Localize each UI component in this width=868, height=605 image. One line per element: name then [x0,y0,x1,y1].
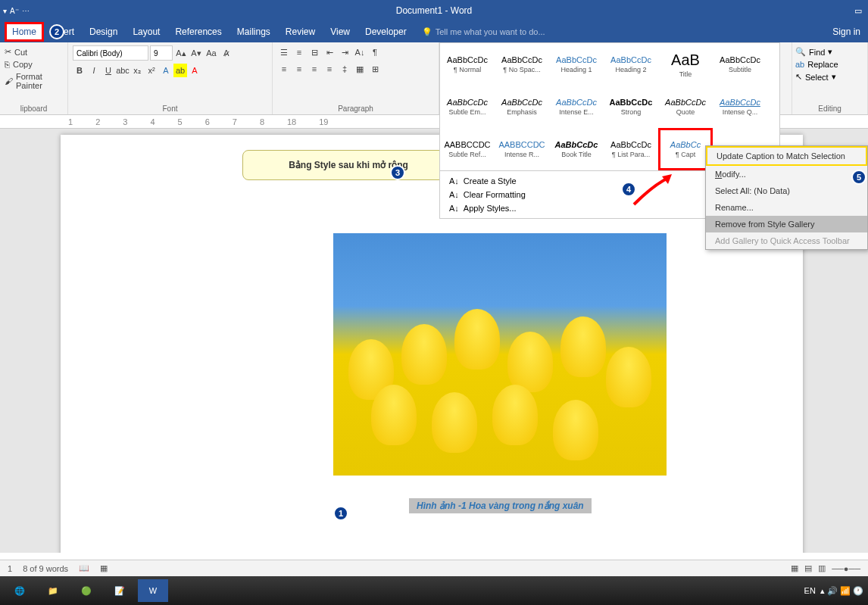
cut-button[interactable]: ✂Cut [5,45,63,58]
ctx-add-to-qat: Add Gallery to Quick Access Toolbar [706,232,867,249]
style-item-8[interactable]: AaBbCcDcIntense E... [549,86,604,128]
grow-font-button[interactable]: A▴ [174,46,188,60]
clear-formatting-button[interactable]: A̷ [220,46,233,60]
multilevel-button[interactable]: ⊟ [308,45,321,59]
subscript-button[interactable]: x₂ [130,64,144,77]
font-size-combo[interactable]: 9 [150,45,173,61]
paragraph-group: ☰ ≡ ⊟ ⇤ ⇥ A↓ ¶ ≡ ≡ ≡ ≡ ‡ ▦ ⊞ Paragraph [273,42,439,114]
ribbon-tabs: Home Insert Design Layout References Mai… [0,21,868,42]
style-item-0[interactable]: AaBbCcDc¶ Normal [440,43,495,86]
system-tray: EN ▴ 🔊 📶 🕐 [804,586,863,596]
ctx-modify[interactable]: MModify...odify... [706,166,867,182]
numbering-button[interactable]: ≡ [292,45,306,59]
tab-layout[interactable]: Layout [125,22,167,42]
style-item-2[interactable]: AaBbCcDcHeading 1 [549,43,604,86]
font-color-button[interactable]: A [188,64,201,77]
notepad-icon[interactable]: 📝 [105,579,135,602]
print-layout-icon[interactable]: ▤ [804,563,812,573]
word-icon[interactable]: W [138,579,168,602]
macro-icon[interactable]: ▦ [100,563,108,573]
qat-font-icon[interactable]: A⁻ [10,7,19,15]
ie-icon[interactable]: 🌐 [5,579,35,602]
style-item-10[interactable]: AaBbCcDcQuote [658,86,713,128]
style-item-12[interactable]: AABBCCDCSubtle Ref... [440,128,495,170]
style-item-11[interactable]: AaBbCcDcIntense Q... [713,86,767,128]
ctx-select-all[interactable]: Select All: (No Data) [706,182,867,199]
tab-review[interactable]: Review [278,22,323,42]
page-number[interactable]: 1 [8,564,12,573]
zoom-slider[interactable]: ──●── [832,564,860,573]
format-painter-button[interactable]: 🖌Format Painter [5,70,63,92]
spellcheck-icon[interactable]: 📖 [79,563,89,573]
align-left-button[interactable]: ≡ [277,62,291,76]
tab-view[interactable]: View [323,22,358,42]
borders-button[interactable]: ⊞ [368,62,382,76]
style-item-7[interactable]: AaBbCcDcEmphasis [495,86,549,128]
clipboard-label: lipboard [20,104,48,113]
replace-icon: ab [795,60,804,69]
bulb-icon: 💡 [422,27,432,37]
change-case-button[interactable]: Aa [205,46,218,60]
qat-more[interactable]: ⋯ [22,7,30,15]
text-effects-button[interactable]: A [159,64,173,77]
titlebar: ▾ A⁻ ⋯ Document1 - Word ▭ [0,0,868,21]
tell-me-search[interactable]: 💡Tell me what you want to do... [422,27,545,37]
style-item-14[interactable]: AaBbCcDcBook Title [549,128,604,170]
decrease-indent-button[interactable]: ⇤ [323,45,336,59]
web-layout-icon[interactable]: ▥ [818,563,826,573]
tab-developer[interactable]: Developer [358,22,414,42]
italic-button[interactable]: I [87,64,101,77]
style-item-4[interactable]: AaBTitle [658,43,713,86]
ctx-rename[interactable]: Rename... [706,199,867,216]
document-title: Document1 - Word [396,5,472,16]
font-name-combo[interactable]: Calibri (Body) [73,45,148,61]
underline-button[interactable]: U [101,64,115,77]
style-item-1[interactable]: AaBbCcDc¶ No Spac... [495,43,549,86]
bullets-button[interactable]: ☰ [277,45,291,59]
find-button[interactable]: 🔍Find ▾ [795,45,864,58]
replace-button[interactable]: abReplace [795,58,864,70]
style-item-9[interactable]: AaBbCcDcStrong [604,86,658,128]
superscript-button[interactable]: x² [145,64,158,77]
increase-indent-button[interactable]: ⇥ [338,45,351,59]
bold-button[interactable]: B [73,64,86,77]
app-icon[interactable]: 🟢 [71,579,101,602]
highlight-button[interactable]: ab [173,64,187,77]
line-spacing-button[interactable]: ‡ [338,62,351,76]
signin-link[interactable]: Sign in [832,27,860,37]
tab-references[interactable]: References [167,22,229,42]
show-marks-button[interactable]: ¶ [368,45,382,59]
ctx-update-to-match[interactable]: Update Caption to Match Selection [706,146,867,166]
tray-icons[interactable]: ▴ 🔊 📶 🕐 [820,586,863,596]
tab-mailings[interactable]: Mailings [229,22,278,42]
style-item-6[interactable]: AaBbCcDcSubtle Em... [440,86,495,128]
read-mode-icon[interactable]: ▦ [791,563,798,573]
copy-button[interactable]: ⎘Copy [5,58,63,70]
style-item-15[interactable]: AaBbCcDc¶ List Para... [604,128,658,170]
explorer-icon[interactable]: 📁 [38,579,68,602]
styles-group: AaBbCcDc¶ NormalAaBbCcDc¶ No Spac...AaBb… [439,42,792,114]
tab-home[interactable]: Home [5,22,44,42]
word-count[interactable]: 8 of 9 words [23,564,68,573]
ribbon-options-icon[interactable]: ▭ [854,6,862,16]
image-caption[interactable]: Hình ảnh -1 Hoa vàng trong nắng xuân [409,498,592,513]
language-indicator[interactable]: EN [804,586,816,595]
style-item-5[interactable]: AaBbCcDcSubtitle [713,43,767,86]
align-right-button[interactable]: ≡ [308,62,321,76]
sort-button[interactable]: A↓ [353,45,367,59]
align-center-button[interactable]: ≡ [292,62,306,76]
tab-design[interactable]: Design [82,22,125,42]
shading-button[interactable]: ▦ [353,62,367,76]
find-icon: 🔍 [795,47,806,57]
tulip-image[interactable] [333,233,667,476]
font-group: Calibri (Body) 9 A▴ A▾ Aa A̷ B I U abc x… [68,42,273,114]
style-item-3[interactable]: AaBbCcDcHeading 2 [604,43,658,86]
qat-dropdown[interactable]: ▾ [3,7,7,15]
select-button[interactable]: ↖Select ▾ [795,70,864,83]
shrink-font-button[interactable]: A▾ [189,46,203,60]
style-item-13[interactable]: AABBCCDCIntense R... [495,128,549,170]
justify-button[interactable]: ≡ [323,62,336,76]
strikethrough-button[interactable]: abc [116,64,130,77]
ctx-remove-from-gallery[interactable]: Remove from Style Gallery [706,216,867,232]
select-icon: ↖ [795,72,802,82]
